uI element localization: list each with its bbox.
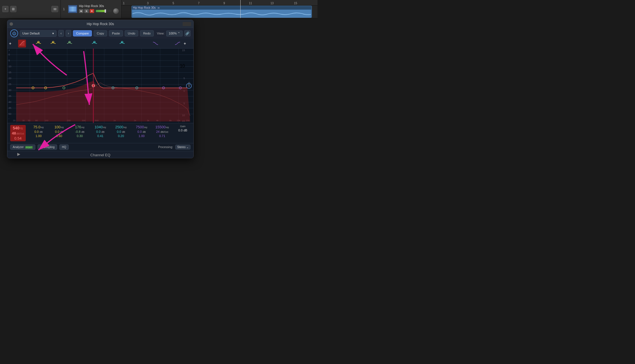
ruler-mark-15: 15 [294,2,297,5]
band-add-left[interactable]: + [9,41,11,46]
preset-dropdown[interactable]: User Default ▾ [20,30,57,37]
eq-footer: Analyzer POST Q-Coupling HQ Processing: … [7,143,193,151]
add-region-button[interactable]: ⊞ [10,6,16,12]
view-percent[interactable]: 100% ⌃ [166,31,183,36]
band-2-db: 0.0 dB [34,130,43,133]
undo-button[interactable]: Undo [125,30,138,36]
eq-maximize-button[interactable] [183,22,191,26]
back-button[interactable]: ‹ [58,30,64,37]
add-track-button[interactable]: + [2,6,8,12]
band-6-button[interactable] [118,40,126,47]
copy-button[interactable]: Copy [94,30,107,36]
eq-params: 540 Hz 48 dB/Oct 0.54 75.0 Hz 0.0 dB 1.0… [7,123,193,143]
band-4-q: 0.30 [77,134,83,138]
track-name: Hip Hop Rock 30s [79,4,119,8]
band-1-button[interactable] [18,40,26,47]
analyzer-label: Analyzer [13,146,24,149]
mute-button[interactable]: M [79,9,83,13]
band-3-freq-unit: Hz [61,126,64,129]
q-coupling-button[interactable]: Q-Coupling [38,144,57,150]
track-info: Hip Hop Rock 30s M S R [79,4,119,14]
band-3-button[interactable] [49,40,57,47]
band-6-q: 0.20 [118,134,124,138]
clip-waveform [132,10,311,18]
timeline-ruler: 1 3 5 7 9 11 13 15 [122,0,318,6]
processing-value: Stereo [177,146,185,149]
band-3-db: 0.0 dB [55,130,63,133]
paste-button[interactable]: Paste [109,30,123,36]
band-5-button[interactable] [90,40,98,47]
band-4-point[interactable] [63,87,65,89]
solo-button[interactable]: S [84,9,89,13]
ruler-mark-3: 3 [147,2,149,5]
band-5-freq-unit: Hz [103,126,106,129]
processing-select[interactable]: Stereo ⌄ [175,145,191,150]
band-3-q: 0.60 [56,134,62,138]
band-2-button[interactable] [34,40,42,47]
analyzer-badge: POST [25,146,33,149]
volume-bar[interactable] [96,10,111,12]
band-8-db: 24 dB/Oct [156,130,168,133]
forward-button[interactable]: › [66,30,71,37]
band-8-params: 15500 Hz 24 dB/Oct 0.71 [154,125,170,138]
band-7-freq-unit: Hz [144,126,147,129]
band-6-db: 0.0 dB [117,130,125,133]
band-6-params: 2500 Hz 0.0 dB 0.20 [113,125,129,138]
channel-eq-title: Channel EQ [90,153,111,157]
waveform-svg [132,10,311,18]
timeline-area: 1 3 5 7 9 11 13 15 Hip Hop Rock 30s ∞ [122,0,318,18]
eq-titlebar: Hip Hop Rock 30s [7,20,193,28]
hq-button[interactable]: HQ [59,144,69,150]
band-3-params: 100 Hz 0.0 dB 0.60 [51,125,67,138]
audio-clip[interactable]: Hip Hop Rock 30s ∞ [131,6,312,18]
track-icon [68,5,77,13]
redo-button[interactable]: Redo [140,30,154,36]
band-6-freq: 2500 [115,125,123,129]
band-8-freq-unit: Hz [166,126,169,129]
track-controls: M S R [79,8,119,14]
band-7-freq: 7500 [136,125,144,129]
band-7-q: 1.00 [139,134,144,138]
eq-bottom-title: Channel EQ [7,151,193,158]
band-2-params: 75.0 Hz 0.0 dB 1.00 [31,125,46,138]
band-8-q: 0.71 [159,134,165,138]
track-header: 1 Hip Hop Rock 30s M S R [61,0,122,18]
inbox-button[interactable]: ✉ [51,6,58,12]
track-number: 1 [63,7,66,11]
ruler-mark-11: 11 [249,2,252,5]
band-1-freq-unit: Hz [20,127,23,130]
eq-curve-svg [7,49,193,123]
link-button[interactable]: 🔗 [184,30,191,36]
processing-arrow: ⌄ [186,146,189,149]
band-1-db-unit: dB/Oct [16,132,24,135]
eq-toolbar: ⏻ User Default ▾ ‹ › Compare Copy Paste … [7,28,193,39]
playhead [240,0,241,18]
analyzer-button[interactable]: Analyzer POST [10,144,35,150]
eq-close-button[interactable] [10,22,13,26]
daw-toolbar: + ⊞ ✉ [0,0,61,18]
band-2-q: 1.00 [36,134,42,138]
band-add-right[interactable]: + [184,41,186,46]
play-button[interactable]: ▶ [17,152,20,156]
record-button[interactable]: R [90,9,94,13]
band-8-icon [174,41,181,46]
band-7-params: 7500 Hz 0.0 dB 1.00 [134,125,149,138]
compare-button[interactable]: Compare [73,30,92,36]
band-5-q: 0.41 [97,134,103,138]
ruler-mark-1: 1 [123,2,125,5]
pan-knob[interactable] [113,8,119,14]
band-8-button[interactable] [174,40,182,47]
band-4-button[interactable] [66,40,74,47]
processing-label: Processing: [158,146,173,149]
band-2-icon [35,41,42,46]
band-7-icon [152,41,159,46]
eq-power-button[interactable]: ⏻ [10,29,18,37]
clip-title: Hip Hop Rock 30s ∞ [132,6,312,10]
band-1-q: 0.54 [14,136,21,140]
band-1-db: 48 [12,131,16,135]
band-7-button[interactable] [152,40,159,47]
band-6-icon [119,41,125,46]
eq-display: + 0 5 10 15 20 25 30 35 40 45 50 - 15 10… [7,48,193,123]
band-5-db: 0.0 dB [96,130,104,133]
band-2-freq-unit: Hz [41,126,44,129]
